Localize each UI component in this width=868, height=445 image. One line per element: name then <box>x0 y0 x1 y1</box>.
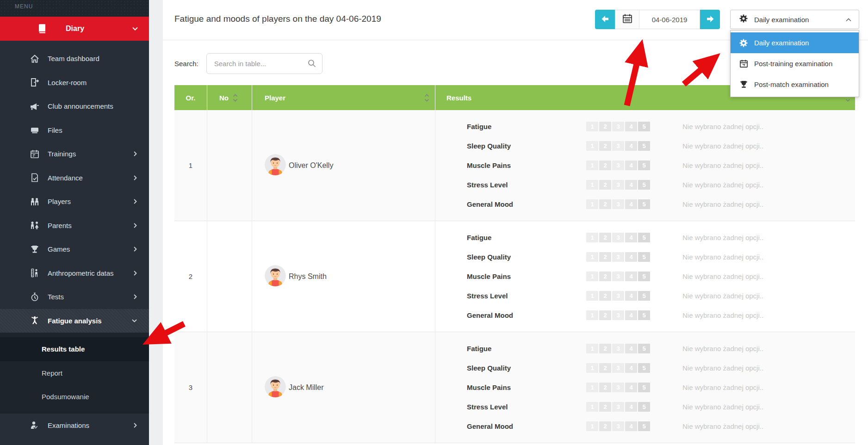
rating-option-2[interactable]: 2 <box>599 363 611 373</box>
rating-option-5[interactable]: 5 <box>638 122 650 131</box>
rating-option-1[interactable]: 1 <box>586 363 598 373</box>
rating-option-2[interactable]: 2 <box>599 291 611 301</box>
rating-option-3[interactable]: 3 <box>612 272 624 281</box>
rating-option-1[interactable]: 1 <box>586 252 598 262</box>
sidebar-item-tests[interactable]: Tests <box>0 285 149 309</box>
rating-option-2[interactable]: 2 <box>599 199 611 209</box>
rating-option-3[interactable]: 3 <box>612 141 624 151</box>
rating-option-3[interactable]: 3 <box>612 310 624 320</box>
rating-option-2[interactable]: 2 <box>599 233 611 242</box>
sidebar-item-diary[interactable]: Diary <box>0 17 149 41</box>
examination-type-select[interactable]: Daily examination <box>730 10 859 29</box>
rating-option-1[interactable]: 1 <box>586 199 598 209</box>
dropdown-option-post-training-examination[interactable]: Post-training examination <box>731 53 859 74</box>
rating-option-2[interactable]: 2 <box>599 180 611 190</box>
rating-option-1[interactable]: 1 <box>586 344 598 353</box>
rating-option-1[interactable]: 1 <box>586 122 598 131</box>
sidebar-item-attendance[interactable]: Attendance <box>0 166 149 190</box>
rating-option-4[interactable]: 4 <box>625 199 637 209</box>
rating-option-2[interactable]: 2 <box>599 141 611 151</box>
sort-icon[interactable] <box>424 94 429 102</box>
rating-option-2[interactable]: 2 <box>599 252 611 262</box>
rating-option-3[interactable]: 3 <box>612 252 624 262</box>
dropdown-option-daily-examination[interactable]: Daily examination <box>731 32 859 53</box>
rating-option-1[interactable]: 1 <box>586 310 598 320</box>
rating-option-3[interactable]: 3 <box>612 363 624 373</box>
sidebar-item-players[interactable]: Players <box>0 190 149 214</box>
rating-option-2[interactable]: 2 <box>599 122 611 131</box>
dropdown-option-post-match-examination[interactable]: Post-match examination <box>731 74 859 95</box>
rating-option-2[interactable]: 2 <box>599 272 611 281</box>
column-header-no[interactable]: No <box>207 85 252 110</box>
rating-option-1[interactable]: 1 <box>586 180 598 190</box>
rating-option-2[interactable]: 2 <box>599 344 611 353</box>
rating-option-4[interactable]: 4 <box>625 402 637 412</box>
previous-day-button[interactable] <box>595 10 615 29</box>
rating-option-2[interactable]: 2 <box>599 383 611 392</box>
sort-icon[interactable] <box>233 94 238 102</box>
rating-option-3[interactable]: 3 <box>612 233 624 242</box>
rating-option-5[interactable]: 5 <box>638 272 650 281</box>
rating-option-5[interactable]: 5 <box>638 363 650 373</box>
rating-option-5[interactable]: 5 <box>638 252 650 262</box>
sidebar-item-files[interactable]: Files <box>0 118 149 142</box>
submenu-item-podsumowanie[interactable]: Podsumowanie <box>0 385 149 409</box>
rating-option-1[interactable]: 1 <box>586 402 598 412</box>
rating-option-3[interactable]: 3 <box>612 161 624 170</box>
rating-option-5[interactable]: 5 <box>638 383 650 392</box>
rating-option-1[interactable]: 1 <box>586 421 598 431</box>
sidebar-item-trainings[interactable]: Trainings <box>0 142 149 166</box>
sidebar-item-anthropometric-datas[interactable]: Anthropometric datas <box>0 261 149 285</box>
rating-option-2[interactable]: 2 <box>599 402 611 412</box>
sidebar-item-team-dashboard[interactable]: Team dashboard <box>0 47 149 71</box>
sidebar-item-examinations[interactable]: Examinations <box>0 414 149 438</box>
rating-option-4[interactable]: 4 <box>625 421 637 431</box>
rating-option-2[interactable]: 2 <box>599 161 611 170</box>
rating-option-3[interactable]: 3 <box>612 122 624 131</box>
rating-option-1[interactable]: 1 <box>586 383 598 392</box>
rating-option-3[interactable]: 3 <box>612 383 624 392</box>
rating-option-3[interactable]: 3 <box>612 291 624 301</box>
rating-option-4[interactable]: 4 <box>625 272 637 281</box>
rating-option-5[interactable]: 5 <box>638 141 650 151</box>
rating-option-5[interactable]: 5 <box>638 310 650 320</box>
submenu-item-report[interactable]: Report <box>0 361 149 385</box>
rating-option-1[interactable]: 1 <box>586 291 598 301</box>
next-day-button[interactable] <box>700 10 720 29</box>
rating-option-4[interactable]: 4 <box>625 344 637 353</box>
submenu-item-results-table[interactable]: Results table <box>0 337 149 361</box>
rating-option-4[interactable]: 4 <box>625 122 637 131</box>
rating-option-4[interactable]: 4 <box>625 291 637 301</box>
rating-option-4[interactable]: 4 <box>625 180 637 190</box>
rating-option-4[interactable]: 4 <box>625 383 637 392</box>
rating-option-1[interactable]: 1 <box>586 161 598 170</box>
rating-option-2[interactable]: 2 <box>599 421 611 431</box>
rating-option-3[interactable]: 3 <box>612 402 624 412</box>
rating-option-4[interactable]: 4 <box>625 252 637 262</box>
rating-option-3[interactable]: 3 <box>612 344 624 353</box>
rating-option-5[interactable]: 5 <box>638 402 650 412</box>
rating-option-3[interactable]: 3 <box>612 180 624 190</box>
rating-option-5[interactable]: 5 <box>638 291 650 301</box>
rating-option-4[interactable]: 4 <box>625 310 637 320</box>
rating-option-3[interactable]: 3 <box>612 199 624 209</box>
rating-option-4[interactable]: 4 <box>625 161 637 170</box>
rating-option-4[interactable]: 4 <box>625 363 637 373</box>
calendar-picker-button[interactable] <box>615 10 639 29</box>
sidebar-item-games[interactable]: Games <box>0 237 149 261</box>
date-field[interactable]: 04-06-2019 <box>639 10 700 29</box>
rating-option-4[interactable]: 4 <box>625 233 637 242</box>
sidebar-item-locker-room[interactable]: Locker-room <box>0 71 149 95</box>
rating-option-5[interactable]: 5 <box>638 344 650 353</box>
column-header-player[interactable]: Player <box>252 85 435 110</box>
search-input[interactable] <box>206 53 322 74</box>
rating-option-5[interactable]: 5 <box>638 161 650 170</box>
rating-option-4[interactable]: 4 <box>625 141 637 151</box>
rating-option-5[interactable]: 5 <box>638 233 650 242</box>
rating-option-2[interactable]: 2 <box>599 310 611 320</box>
rating-option-3[interactable]: 3 <box>612 421 624 431</box>
sidebar-item-club-announcements[interactable]: Club announcements <box>0 94 149 118</box>
rating-option-5[interactable]: 5 <box>638 421 650 431</box>
rating-option-5[interactable]: 5 <box>638 199 650 209</box>
sidebar-item-fatigue-analysis[interactable]: Fatigue analysis <box>0 309 149 333</box>
